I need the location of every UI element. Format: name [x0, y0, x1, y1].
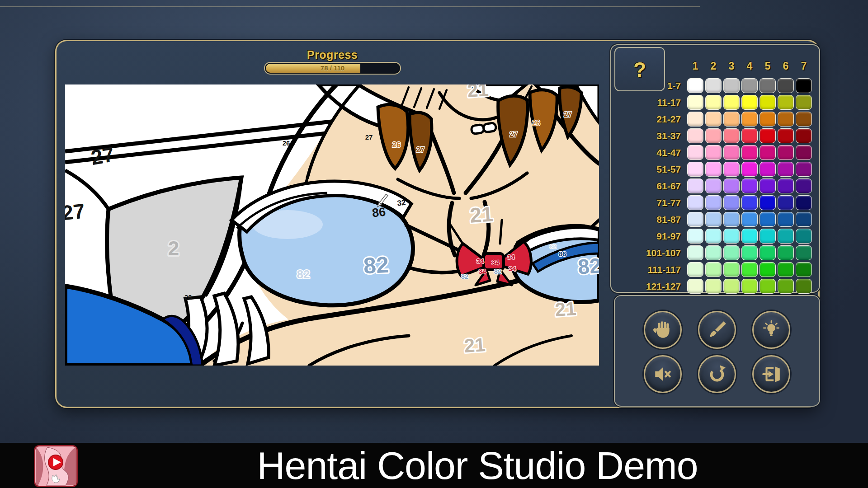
restart-button[interactable]	[698, 355, 736, 393]
palette-swatch[interactable]	[760, 112, 776, 127]
palette-swatch[interactable]	[705, 195, 722, 210]
palette-swatch[interactable]	[705, 145, 722, 160]
palette-swatch[interactable]	[705, 279, 722, 294]
palette-swatch[interactable]	[796, 245, 812, 260]
palette-swatch[interactable]	[778, 229, 794, 244]
palette-swatch[interactable]	[796, 112, 812, 127]
palette-swatch[interactable]	[796, 178, 812, 193]
palette-swatch[interactable]	[687, 212, 703, 227]
palette-swatch[interactable]	[778, 145, 794, 160]
exit-button[interactable]	[752, 355, 790, 393]
palette-swatch[interactable]	[760, 178, 776, 193]
palette-swatch[interactable]	[741, 245, 758, 260]
palette-swatch[interactable]	[705, 262, 722, 277]
palette-swatch[interactable]	[760, 162, 776, 177]
hint-tool-button[interactable]	[752, 311, 790, 349]
palette-swatch[interactable]	[796, 145, 812, 160]
palette-swatch[interactable]	[796, 195, 812, 210]
palette-swatch[interactable]	[778, 112, 794, 127]
palette-swatch[interactable]	[687, 112, 703, 127]
palette-swatch[interactable]	[796, 279, 812, 294]
palette-swatch[interactable]	[723, 229, 740, 244]
palette-swatch[interactable]	[705, 112, 722, 127]
palette-swatch[interactable]	[723, 195, 740, 210]
palette-swatch[interactable]	[796, 212, 812, 227]
palette-swatch[interactable]	[796, 95, 812, 110]
palette-swatch[interactable]	[723, 78, 740, 93]
palette-swatch[interactable]	[723, 262, 740, 277]
palette-swatch[interactable]	[760, 262, 776, 277]
palette-swatch[interactable]	[741, 178, 758, 193]
palette-swatch[interactable]	[778, 162, 794, 177]
palette-swatch[interactable]	[705, 128, 722, 143]
palette-swatch[interactable]	[778, 178, 794, 193]
palette-swatch[interactable]	[705, 229, 722, 244]
palette-swatch[interactable]	[687, 245, 703, 260]
palette-swatch[interactable]	[741, 279, 758, 294]
palette-swatch[interactable]	[723, 178, 740, 193]
palette-swatch[interactable]	[723, 128, 740, 143]
palette-swatch[interactable]	[741, 162, 758, 177]
palette-swatch[interactable]	[705, 178, 722, 193]
palette-swatch[interactable]	[760, 195, 776, 210]
palette-swatch[interactable]	[741, 95, 758, 110]
palette-swatch[interactable]	[760, 145, 776, 160]
palette-swatch[interactable]	[760, 128, 776, 143]
palette-swatch[interactable]	[796, 262, 812, 277]
palette-row-label: 91-97	[616, 228, 686, 244]
palette-swatch[interactable]	[760, 229, 776, 244]
palette-swatch[interactable]	[687, 162, 703, 177]
palette-swatch[interactable]	[778, 78, 794, 93]
palette-swatch[interactable]	[687, 145, 703, 160]
palette-swatch[interactable]	[687, 262, 703, 277]
palette-swatch[interactable]	[741, 78, 758, 93]
palette-swatch[interactable]	[741, 128, 758, 143]
palette-swatch[interactable]	[760, 95, 776, 110]
palette-swatch[interactable]	[741, 262, 758, 277]
palette-swatch[interactable]	[778, 212, 794, 227]
palette-swatch[interactable]	[723, 212, 740, 227]
palette-swatch[interactable]	[723, 245, 740, 260]
palette-swatch[interactable]	[723, 112, 740, 127]
palette-swatch[interactable]	[687, 229, 703, 244]
palette-swatch[interactable]	[796, 128, 812, 143]
palette-swatch[interactable]	[760, 212, 776, 227]
palette-swatch[interactable]	[705, 245, 722, 260]
palette-swatch[interactable]	[760, 78, 776, 93]
palette-swatch[interactable]	[687, 78, 703, 93]
palette-swatch[interactable]	[778, 195, 794, 210]
coloring-canvas[interactable]: 2727226272627272627212121218632828282828…	[65, 84, 599, 366]
palette-swatch[interactable]	[796, 78, 812, 93]
palette-swatch[interactable]	[796, 162, 812, 177]
palette-swatch[interactable]	[723, 279, 740, 294]
palette-swatch[interactable]	[723, 145, 740, 160]
palette-swatch[interactable]	[687, 95, 703, 110]
palette-swatch[interactable]	[796, 229, 812, 244]
pan-tool-button[interactable]	[644, 311, 682, 349]
palette-swatch[interactable]	[778, 262, 794, 277]
palette-swatch[interactable]	[760, 279, 776, 294]
studio-logo[interactable]	[34, 445, 78, 487]
palette-swatch[interactable]	[778, 95, 794, 110]
palette-swatch[interactable]	[741, 145, 758, 160]
palette-swatch[interactable]	[687, 128, 703, 143]
palette-swatch[interactable]	[705, 212, 722, 227]
palette-swatch[interactable]	[778, 279, 794, 294]
palette-swatch[interactable]	[705, 78, 722, 93]
palette-swatch[interactable]	[778, 245, 794, 260]
palette-swatch[interactable]	[705, 95, 722, 110]
palette-swatch[interactable]	[723, 95, 740, 110]
palette-swatch[interactable]	[687, 279, 703, 294]
palette-swatch[interactable]	[687, 178, 703, 193]
palette-swatch[interactable]	[723, 162, 740, 177]
paint-tool-button[interactable]	[698, 311, 736, 349]
palette-swatch[interactable]	[741, 112, 758, 127]
palette-swatch[interactable]	[741, 212, 758, 227]
palette-swatch[interactable]	[741, 195, 758, 210]
palette-swatch[interactable]	[687, 195, 703, 210]
palette-swatch[interactable]	[760, 245, 776, 260]
mute-button[interactable]	[644, 355, 682, 393]
palette-swatch[interactable]	[705, 162, 722, 177]
palette-swatch[interactable]	[741, 229, 758, 244]
palette-swatch[interactable]	[778, 128, 794, 143]
